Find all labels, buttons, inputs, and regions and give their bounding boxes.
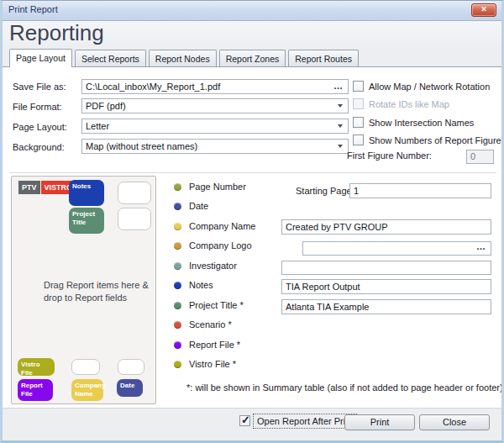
close-icon: ✕: [480, 5, 487, 13]
background-select[interactable]: Map (without street names): [81, 139, 349, 154]
company-name-input[interactable]: [281, 219, 491, 235]
first-figure-number-label: First Figure Number:: [347, 150, 432, 161]
window-title: Print Report: [8, 4, 58, 14]
report-item-company-name[interactable]: Company Name: [174, 221, 255, 231]
tag-report-file[interactable]: Report File: [18, 379, 53, 401]
checkbox-rotate-ids: Rotate IDs like Map: [353, 98, 449, 109]
starting-page-label: Starting Page:: [296, 186, 348, 196]
checkbox-box[interactable]: [353, 117, 364, 128]
titlebar[interactable]: Print Report ✕: [0, 0, 504, 21]
checkbox-box[interactable]: [353, 81, 364, 92]
checkbox-label: Rotate IDs like Map: [369, 99, 449, 109]
report-item-notes[interactable]: Notes: [174, 280, 213, 290]
close-button[interactable]: Close: [419, 414, 490, 430]
checkbox-open-report-after-print[interactable]: ✓: [239, 415, 250, 426]
report-item-company-logo[interactable]: Company Logo: [174, 240, 252, 251]
item-bullet-icon: [174, 302, 181, 309]
ptv-vistro-logo: PTV VISTRO: [18, 181, 76, 194]
starting-page-field: [349, 182, 491, 198]
tag-date[interactable]: Date: [117, 379, 143, 397]
checkbox-show-numbers[interactable]: Show Numbers of Report Figures: [353, 134, 504, 145]
investigator-input[interactable]: [281, 261, 491, 275]
page-layout-select[interactable]: Letter: [81, 119, 349, 134]
save-file-field: …: [81, 78, 349, 93]
dropdown-arrow-icon: [338, 104, 343, 108]
starting-page-input[interactable]: [349, 183, 491, 198]
notes-field: [281, 278, 491, 293]
first-figure-number-input: [466, 150, 494, 164]
item-bullet-icon: [174, 341, 181, 349]
empty-drop-slot[interactable]: [71, 359, 100, 375]
page-title: Reporting: [9, 20, 104, 46]
tab-report-zones[interactable]: Report Zones: [219, 50, 286, 66]
report-item-report-file[interactable]: Report File *: [174, 340, 240, 350]
tab-report-nodes[interactable]: Report Nodes: [149, 50, 217, 66]
report-item-vistro-file[interactable]: Vistro File *: [174, 359, 236, 369]
browse-save-file-button[interactable]: …: [333, 79, 344, 92]
checkbox-label: Show Intersection Names: [369, 118, 474, 128]
check-icon: ✓: [241, 414, 250, 426]
tag-notes[interactable]: Notes: [69, 180, 104, 206]
first-figure-number-field: [466, 148, 494, 162]
file-format-label: File Format:: [13, 102, 62, 112]
tab-select-reports[interactable]: Select Reports: [75, 50, 146, 66]
tag-project-title[interactable]: Project Title: [69, 208, 104, 234]
file-format-select[interactable]: PDF (pdf): [81, 98, 349, 113]
company-name-field: [281, 219, 491, 234]
checkbox-allow-map-rotation[interactable]: Allow Map / Network Rotation: [353, 81, 490, 92]
report-item-page-number[interactable]: Page Number: [174, 182, 246, 192]
open-report-after-print-label[interactable]: Open Report After Print: [253, 414, 357, 429]
project-title-field: [281, 298, 491, 314]
tab-strip: Page Layout Select Reports Report Nodes …: [3, 49, 501, 67]
dropdown-arrow-icon: [338, 145, 343, 148]
report-item-date[interactable]: Date: [174, 201, 208, 211]
save-file-input[interactable]: [81, 79, 349, 94]
report-item-investigator[interactable]: Investigator: [174, 261, 237, 271]
tag-company-name[interactable]: Company Name: [71, 379, 103, 401]
item-bullet-icon: [174, 361, 181, 368]
print-report-dialog: Print Report ✕ Reporting Page Layout Sel…: [0, 0, 504, 443]
tag-vistro-file[interactable]: Vistro File: [18, 358, 55, 376]
item-bullet-icon: [174, 203, 181, 210]
section-divider: [9, 172, 496, 173]
project-title-input[interactable]: [281, 299, 491, 314]
report-item-project-title[interactable]: Project Title *: [174, 300, 244, 310]
empty-drop-slot[interactable]: [118, 208, 151, 230]
close-window-button[interactable]: ✕: [471, 3, 496, 17]
investigator-field: [281, 259, 491, 273]
tab-page-layout[interactable]: Page Layout: [9, 49, 72, 67]
checkbox-label: Allow Map / Network Rotation: [369, 82, 490, 92]
print-button[interactable]: Print: [344, 414, 415, 430]
empty-drop-slot[interactable]: [118, 359, 144, 375]
checkbox-show-intersection-names[interactable]: Show Intersection Names: [353, 117, 474, 128]
item-bullet-icon: [174, 282, 181, 289]
save-file-label: Save File as:: [13, 82, 66, 92]
checkbox-box: [353, 98, 364, 109]
empty-drop-slot[interactable]: [118, 182, 151, 204]
company-logo-field: …: [302, 240, 491, 254]
report-item-scenario[interactable]: Scenario *: [174, 319, 232, 330]
item-bullet-icon: [174, 183, 181, 191]
background-value: Map (without street names): [86, 141, 197, 151]
item-bullet-icon: [174, 321, 181, 329]
item-bullet-icon: [174, 262, 181, 270]
company-logo-input[interactable]: [302, 241, 491, 256]
background-label: Background:: [13, 142, 65, 152]
file-format-value: PDF (pdf): [86, 101, 126, 111]
item-bullet-icon: [174, 242, 181, 250]
checkbox-label: Show Numbers of Report Figures: [369, 135, 504, 145]
dropdown-arrow-icon: [338, 124, 343, 128]
checkbox-box[interactable]: [353, 134, 364, 145]
page-layout-value: Letter: [86, 121, 109, 131]
browse-company-logo-button[interactable]: …: [476, 240, 486, 253]
dialog-header: Reporting: [3, 21, 501, 49]
report-layout-drop-panel[interactable]: PTV VISTRO Notes Project Title Drag Repo…: [11, 176, 156, 404]
drag-hint-text: Drag Report items here & drop to Report …: [44, 279, 149, 304]
tab-report-routes[interactable]: Report Routes: [288, 50, 359, 66]
summary-footnote: *: will be shown in Summary table (also …: [186, 382, 503, 393]
item-bullet-icon: [174, 223, 181, 230]
notes-input[interactable]: [281, 279, 491, 294]
page-layout-label: Page Layout:: [13, 122, 67, 132]
ptv-logo-icon: PTV: [18, 181, 40, 194]
